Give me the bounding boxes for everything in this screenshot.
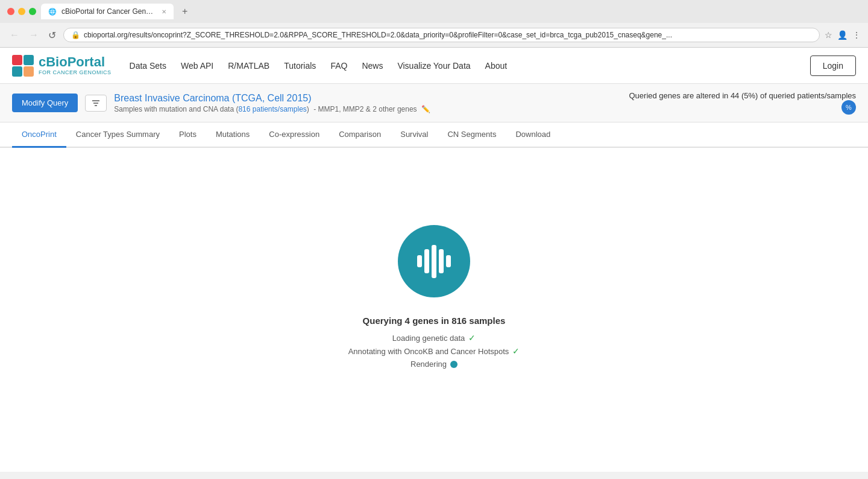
forward-button[interactable]: →: [27, 27, 41, 43]
loading-circle: [398, 225, 470, 297]
modify-query-button[interactable]: Modify Query: [12, 94, 78, 112]
nav-tutorials[interactable]: Tutorials: [284, 61, 316, 71]
browser-chrome: 🌐 cBioPortal for Cancer Genomic ✕ + ← → …: [0, 0, 868, 48]
query-info: Breast Invasive Carcinoma (TCGA, Cell 20…: [114, 93, 608, 113]
status-step3: Rendering: [348, 360, 520, 369]
tab-coexpression[interactable]: Co-expression: [259, 122, 329, 148]
maximize-dot[interactable]: [29, 8, 36, 15]
filter-button[interactable]: [85, 95, 107, 112]
nav-about[interactable]: About: [485, 61, 508, 71]
lock-icon: 🔒: [71, 31, 80, 39]
browser-tab[interactable]: 🌐 cBioPortal for Cancer Genomic ✕: [41, 4, 174, 19]
tab-oncoprint[interactable]: OncoPrint: [12, 122, 66, 148]
nav-datasets[interactable]: Data Sets: [130, 61, 166, 71]
nav-news[interactable]: News: [362, 61, 383, 71]
tab-title: cBioPortal for Cancer Genomic: [61, 7, 157, 16]
scrollbar[interactable]: [0, 472, 868, 479]
nav-rmatlab[interactable]: R/MATLAB: [228, 61, 269, 71]
query-stats-text: Queried genes are altered in 44 (5%) of …: [629, 91, 857, 100]
step2-check-icon: ✓: [512, 346, 520, 356]
tabs-bar: OncoPrint Cancer Types Summary Plots Mut…: [0, 122, 868, 148]
browser-dots: [7, 8, 36, 15]
browser-titlebar: 🌐 cBioPortal for Cancer Genomic ✕ +: [0, 0, 868, 23]
tab-close-icon[interactable]: ✕: [162, 8, 166, 15]
study-subtitle-text: Samples with mutation and CNA data: [114, 105, 234, 113]
query-stats: Queried genes are altered in 44 (5%) of …: [615, 91, 856, 115]
waveform-bar-4: [439, 249, 444, 273]
close-dot[interactable]: [7, 8, 14, 15]
logo-icon: [12, 55, 34, 77]
query-stats-icon[interactable]: %: [841, 100, 856, 115]
nav-faq[interactable]: FAQ: [330, 61, 347, 71]
waveform-icon: [417, 245, 451, 278]
status-step2: Annotating with OncoKB and Cancer Hotspo…: [348, 346, 520, 356]
waveform-bar-2: [424, 249, 429, 273]
query-subtitle: Samples with mutation and CNA data (816 …: [114, 105, 608, 113]
nav-links: Data Sets Web API R/MATLAB Tutorials FAQ…: [130, 61, 810, 71]
querying-text: Querying 4 genes in 816 samples: [348, 316, 520, 326]
minimize-dot[interactable]: [18, 8, 25, 15]
nav-visualize[interactable]: Visualize Your Data: [397, 61, 470, 71]
study-title: Breast Invasive Carcinoma (TCGA, Cell 20…: [114, 93, 608, 104]
edit-genes-icon[interactable]: ✏️: [421, 105, 430, 113]
step3-spinner-icon: [450, 361, 458, 368]
main-content: Querying 4 genes in 816 samples Loading …: [0, 148, 868, 449]
query-bar: Modify Query Breast Invasive Carcinoma (…: [0, 84, 868, 122]
nav-webapi[interactable]: Web API: [181, 61, 213, 71]
logo-text: cBioPortal FOR CANCER GENOMICS: [39, 55, 112, 75]
patients-link[interactable]: 816 patients/samples: [238, 105, 306, 113]
waveform-bar-1: [417, 255, 422, 267]
menu-button[interactable]: ⋮: [852, 30, 861, 40]
genes-text: - MMP1, MMP2 & 2 other genes: [313, 105, 417, 113]
tab-plots[interactable]: Plots: [169, 122, 206, 148]
url-bar[interactable]: 🔒 cbioportal.org/results/oncoprint?Z_SCO…: [63, 28, 820, 42]
new-tab-button[interactable]: +: [178, 5, 191, 18]
profile-button[interactable]: 👤: [837, 30, 848, 40]
tab-survival[interactable]: Survival: [391, 122, 438, 148]
bookmark-button[interactable]: ☆: [825, 30, 832, 40]
status-step1: Loading genetic data ✓: [348, 333, 520, 343]
waveform-bar-5: [446, 255, 451, 267]
app-nav: cBioPortal FOR CANCER GENOMICS Data Sets…: [0, 48, 868, 84]
tab-cancer-types-summary[interactable]: Cancer Types Summary: [66, 122, 169, 148]
logo-main: cBioPortal: [39, 55, 112, 69]
app-content: cBioPortal FOR CANCER GENOMICS Data Sets…: [0, 48, 868, 449]
reload-button[interactable]: ↺: [46, 27, 58, 43]
step3-text: Rendering: [410, 360, 447, 369]
tab-comparison[interactable]: Comparison: [329, 122, 391, 148]
step2-text: Annotating with OncoKB and Cancer Hotspo…: [348, 347, 509, 356]
url-text: cbioportal.org/results/oncoprint?Z_SCORE…: [84, 31, 812, 39]
logo-sub: FOR CANCER GENOMICS: [39, 70, 112, 76]
tab-mutations[interactable]: Mutations: [206, 122, 259, 148]
filter-icon: [92, 99, 100, 107]
loading-text-block: Querying 4 genes in 816 samples Loading …: [348, 316, 520, 372]
loading-icon-wrap: [398, 225, 470, 297]
browser-actions: ☆ 👤 ⋮: [825, 30, 861, 40]
waveform-bar-3: [432, 245, 436, 278]
logo-area: cBioPortal FOR CANCER GENOMICS: [12, 55, 112, 77]
back-button[interactable]: ←: [7, 27, 22, 43]
step1-check-icon: ✓: [468, 333, 476, 343]
browser-addressbar: ← → ↺ 🔒 cbioportal.org/results/oncoprint…: [0, 23, 868, 47]
tab-download[interactable]: Download: [506, 122, 560, 148]
tab-cn-segments[interactable]: CN Segments: [438, 122, 506, 148]
login-button[interactable]: Login: [810, 56, 856, 76]
step1-text: Loading genetic data: [392, 334, 465, 343]
